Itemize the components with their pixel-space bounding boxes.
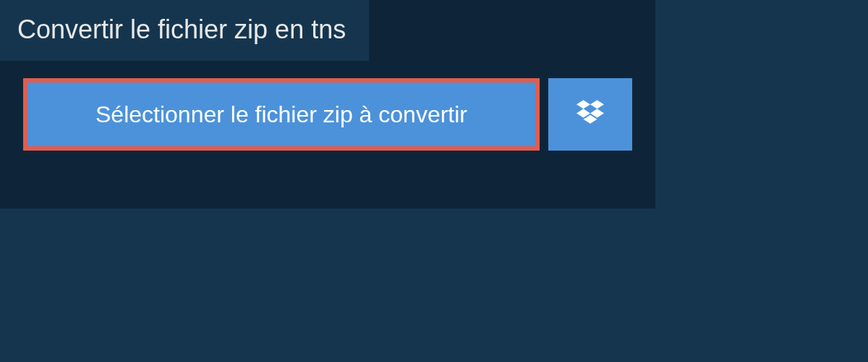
- select-file-button-label: Sélectionner le fichier zip à convertir: [95, 101, 467, 128]
- page-title-text: Convertir le fichier zip en tns: [17, 14, 346, 44]
- select-file-button[interactable]: Sélectionner le fichier zip à convertir: [23, 78, 540, 151]
- dropbox-button[interactable]: [548, 78, 632, 151]
- converter-panel: Convertir le fichier zip en tns Sélectio…: [0, 0, 655, 209]
- action-row: Sélectionner le fichier zip à convertir: [0, 61, 655, 168]
- page-title: Convertir le fichier zip en tns: [0, 0, 369, 61]
- dropbox-icon: [576, 100, 604, 129]
